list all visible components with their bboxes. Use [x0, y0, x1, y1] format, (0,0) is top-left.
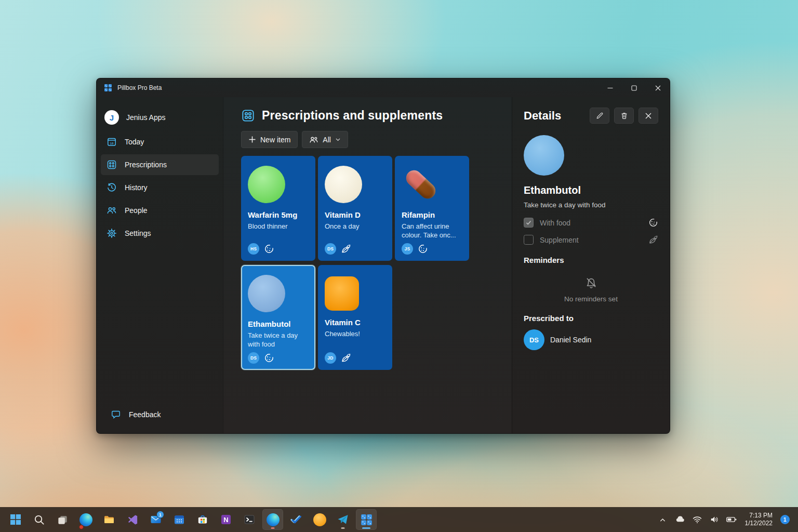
sidebar-item-label: Prescriptions — [125, 161, 167, 169]
active-window-indicator — [362, 527, 370, 529]
terminal-icon[interactable] — [239, 509, 260, 530]
notification-badge[interactable]: 1 — [780, 515, 790, 524]
tray-clock[interactable]: 7:13 PM 1/12/2022 — [743, 512, 775, 527]
orange-app-icon[interactable] — [309, 509, 330, 530]
maximize-button[interactable] — [622, 78, 646, 97]
main-content: Prescriptions and supplements New item — [223, 97, 512, 433]
minimize-button[interactable] — [598, 78, 622, 97]
calendar-day-icon: 18 — [106, 136, 117, 148]
close-icon — [645, 112, 652, 119]
edge-notification-dot — [79, 525, 84, 529]
tray-chevron-up-icon[interactable] — [657, 512, 669, 527]
start-button[interactable] — [5, 509, 26, 530]
file-explorer-icon[interactable] — [99, 509, 119, 530]
sidebar-item-settings[interactable]: Settings — [101, 223, 219, 244]
owner-avatar: JS — [402, 243, 413, 255]
white-pill-image — [325, 166, 362, 203]
blue-pill-image — [248, 275, 285, 312]
volume-icon[interactable] — [709, 512, 720, 527]
card-name: Rifampin — [402, 210, 462, 220]
mail-icon[interactable]: 1 — [145, 509, 166, 530]
svg-text:N: N — [223, 516, 228, 524]
close-button[interactable] — [646, 78, 670, 97]
details-subtitle: Take twice a day with food — [524, 201, 658, 209]
prescriptions-header-icon — [241, 109, 255, 123]
checkbox-label: With food — [540, 219, 570, 227]
with-food-checkbox[interactable] — [524, 218, 534, 228]
sidebar-item-label: Feedback — [129, 410, 161, 419]
person-avatar: DS — [524, 329, 544, 350]
plus-icon — [248, 136, 256, 143]
owner-avatar: DS — [325, 243, 336, 255]
edge-running-icon[interactable] — [262, 509, 283, 530]
reminders-empty-text: No reminders set — [524, 295, 658, 303]
calendar-icon[interactable] — [169, 509, 190, 530]
running-indicator — [341, 527, 345, 529]
new-item-button[interactable]: New item — [241, 131, 298, 148]
card-note: Blood thinner — [248, 222, 309, 231]
todo-icon[interactable] — [286, 509, 307, 530]
card-note: Once a day — [325, 222, 385, 231]
battery-icon[interactable] — [726, 512, 737, 527]
titlebar[interactable]: Pillbox Pro Beta — [97, 78, 670, 97]
search-button[interactable] — [29, 509, 49, 530]
chevron-down-icon — [335, 137, 341, 142]
onedrive-cloud-icon[interactable] — [674, 512, 686, 527]
sidebar: J Jenius Apps 18 Today — [97, 97, 223, 433]
prescribed-to-heading: Prescribed to — [524, 314, 658, 323]
gear-icon — [106, 228, 117, 239]
supplement-checkbox[interactable] — [524, 235, 534, 245]
people-filter-icon — [309, 135, 318, 144]
with-food-cookie-icon — [648, 218, 658, 228]
sidebar-item-feedback[interactable]: Feedback — [105, 404, 215, 425]
sidebar-item-label: Today — [125, 138, 144, 146]
card-warfarin[interactable]: Warfarin 5mg Blood thinner HS — [241, 156, 315, 261]
with-food-cookie-icon — [264, 244, 274, 254]
tray-date: 1/12/2022 — [745, 520, 773, 527]
store-icon[interactable] — [192, 509, 213, 530]
sidebar-item-people[interactable]: People — [101, 200, 219, 221]
prescription-card-grid: Warfarin 5mg Blood thinner HS — [223, 148, 512, 370]
close-details-button[interactable] — [639, 108, 658, 124]
owner-avatar: JD — [325, 352, 336, 364]
edge-icon[interactable] — [75, 509, 96, 530]
history-icon — [106, 182, 117, 193]
details-pill-image — [524, 135, 564, 176]
sidebar-item-jenius-apps[interactable]: J Jenius Apps — [101, 105, 219, 129]
details-panel: Details — [512, 97, 670, 433]
page-title: Prescriptions and supplements — [262, 109, 443, 123]
card-ethambutol-selected[interactable]: Ethambutol Take twice a day with food DS — [241, 265, 315, 370]
sidebar-item-today[interactable]: 18 Today — [101, 131, 219, 152]
window-title: Pillbox Pro Beta — [117, 84, 162, 91]
supplement-leaf-icon — [341, 353, 351, 363]
with-food-row: With food — [524, 218, 658, 228]
supplement-leaf-icon — [341, 244, 351, 254]
reminders-empty-state: No reminders set — [524, 276, 658, 303]
orange-chewable-image — [325, 276, 359, 311]
details-name: Ethambutol — [524, 184, 658, 196]
sidebar-item-prescriptions[interactable]: Prescriptions — [101, 154, 219, 175]
pillbox-app-icon[interactable] — [356, 509, 377, 530]
card-note: Can affect urine colour. Take onc... — [402, 222, 462, 240]
card-rifampin[interactable]: Rifampin Can affect urine colour. Take o… — [395, 156, 469, 261]
delete-button[interactable] — [614, 108, 634, 124]
card-note: Chewables! — [325, 329, 385, 339]
telegram-icon[interactable] — [332, 509, 353, 530]
filter-all-dropdown[interactable]: All — [302, 131, 348, 148]
sidebar-item-history[interactable]: History — [101, 177, 219, 198]
card-name: Vitamin C — [325, 318, 385, 328]
wifi-icon[interactable] — [691, 512, 703, 527]
card-vitamin-d[interactable]: Vitamin D Once a day DS — [318, 156, 392, 261]
mail-badge: 1 — [156, 511, 164, 518]
onenote-icon[interactable]: N — [216, 509, 236, 530]
visual-studio-icon[interactable] — [122, 509, 143, 530]
with-food-cookie-icon — [264, 353, 274, 363]
green-pill-image — [248, 166, 285, 203]
prescribed-person[interactable]: DS Daniel Sedin — [524, 329, 658, 350]
edit-button[interactable] — [590, 108, 609, 124]
details-title: Details — [524, 109, 561, 123]
sidebar-item-label: History — [125, 183, 148, 192]
task-view-button[interactable] — [52, 509, 73, 530]
card-vitamin-c[interactable]: Vitamin C Chewables! JD — [318, 265, 392, 370]
capsule-pill-image — [402, 166, 439, 203]
